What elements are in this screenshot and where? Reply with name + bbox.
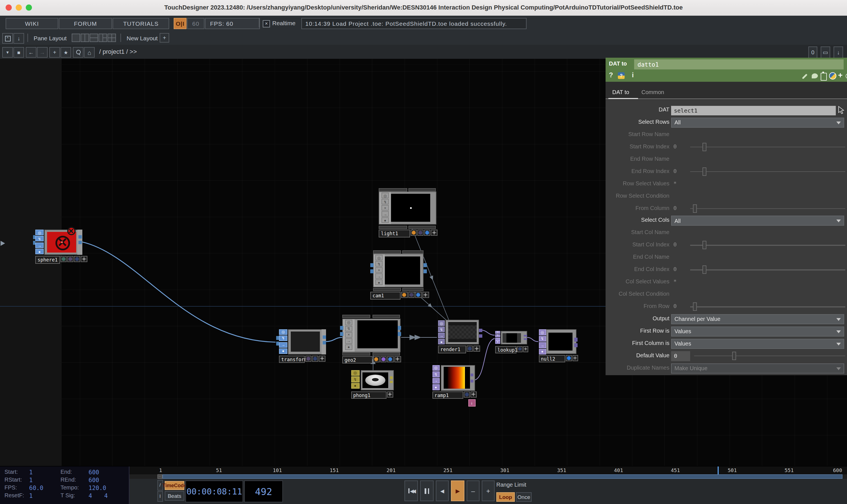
pause-button[interactable] xyxy=(420,481,434,501)
node-flags[interactable]: ◎↯ →● xyxy=(279,329,287,354)
node-lookup1[interactable]: ◎ ↯ → ● lookup1 xyxy=(495,331,527,353)
param-slider-handle[interactable] xyxy=(733,352,736,360)
node-flags[interactable]: ◎ ↯ → ● xyxy=(495,331,500,344)
comment-flag-badge[interactable]: ↓ xyxy=(468,399,475,406)
add-operator-icon[interactable]: + xyxy=(49,47,60,58)
output-connector[interactable] xyxy=(524,338,527,340)
param-dropdown[interactable]: All xyxy=(671,216,844,226)
output-connector[interactable] xyxy=(323,335,326,339)
frame-display[interactable]: 492 xyxy=(244,481,283,502)
node-ramp1[interactable]: ◎ ↯ → ● ramp1 ↓ xyxy=(432,365,476,397)
playhead[interactable] xyxy=(718,467,719,474)
output-connector[interactable] xyxy=(398,326,401,329)
output-connector[interactable] xyxy=(78,241,82,244)
new-layout-add-button[interactable]: + xyxy=(160,33,169,42)
fps-field[interactable]: FPS: 60 xyxy=(205,18,260,29)
copy-parameters-icon[interactable] xyxy=(821,73,827,80)
param-slider-track[interactable] xyxy=(690,269,845,270)
node-cam1[interactable]: ◎↯ ×→● cam1 xyxy=(370,250,427,298)
node-render1[interactable]: ◎↯ →● render1 xyxy=(438,320,482,353)
input-connector[interactable] xyxy=(33,241,35,245)
param-value[interactable]: 0 xyxy=(673,266,677,272)
window-icon[interactable]: ▭ xyxy=(821,47,830,58)
fps-value[interactable]: 60.0 xyxy=(29,484,43,491)
tsig-denominator[interactable]: 4 xyxy=(104,492,108,499)
comp-input-tab[interactable] xyxy=(408,188,436,192)
comp-input-tab[interactable] xyxy=(379,188,407,192)
layout-split-left-right-button[interactable] xyxy=(99,34,107,42)
fraction-toggle-button[interactable]: / xyxy=(157,480,163,490)
output-connector[interactable] xyxy=(390,376,393,379)
node-flags[interactable]: ◎↯ ×→● xyxy=(375,255,383,285)
dock-down-icon[interactable]: ↓ xyxy=(833,47,843,58)
node-geo2[interactable]: ◎↯ ×→● geo2 xyxy=(339,314,401,362)
node-sphere1[interactable]: ◎↯ →● sphere1 xyxy=(33,230,84,262)
param-slider-handle[interactable] xyxy=(702,241,706,250)
forward-arrow-icon[interactable]: → xyxy=(37,47,48,58)
start-value[interactable]: 1 xyxy=(29,468,33,475)
param-dropdown[interactable]: Values xyxy=(671,326,844,337)
input-connector[interactable] xyxy=(340,326,343,329)
node-flags[interactable]: ◎↯● xyxy=(351,370,359,389)
comp-output-tab[interactable] xyxy=(379,226,407,229)
output-connector[interactable] xyxy=(470,379,473,382)
param-dropdown[interactable]: Channel per Value xyxy=(671,314,844,324)
param-value[interactable]: * xyxy=(673,180,677,186)
comp-input-tab[interactable] xyxy=(342,314,370,318)
output-connector[interactable] xyxy=(574,338,577,341)
output-connector[interactable] xyxy=(398,332,401,336)
python-help-icon[interactable]: ? xyxy=(618,72,624,79)
step-back-button[interactable]: ◀ xyxy=(436,481,449,501)
op-name-field[interactable]: datto1 xyxy=(634,59,844,69)
output-connector[interactable] xyxy=(479,334,482,337)
comp-input-tab[interactable] xyxy=(373,250,401,254)
home-icon[interactable]: ⌂ xyxy=(84,47,95,58)
error-badge-icon[interactable] xyxy=(67,227,76,235)
integer-toggle-button[interactable]: I xyxy=(157,491,163,502)
timecode-display[interactable]: 00:00:08:11 xyxy=(186,481,243,502)
node-transform1[interactable]: ◎↯ →● transform1 xyxy=(276,329,326,361)
node-phong1[interactable]: ◎↯● phong1 xyxy=(351,370,393,397)
forum-button[interactable]: FORUM xyxy=(59,18,112,29)
param-value[interactable]: 0 xyxy=(673,143,677,149)
resetf-value[interactable]: 1 xyxy=(29,492,33,499)
comp-output-tab[interactable] xyxy=(408,226,436,229)
param-value[interactable]: * xyxy=(673,278,677,285)
input-connector[interactable] xyxy=(340,332,343,336)
back-arrow-icon[interactable]: ← xyxy=(26,47,36,58)
realtime-checkbox[interactable]: × xyxy=(263,20,270,27)
comp-output-tab[interactable] xyxy=(342,352,370,355)
stop-block-icon[interactable]: ■ xyxy=(14,47,24,58)
input-connector[interactable] xyxy=(276,336,279,340)
param-slider-track[interactable] xyxy=(694,356,845,357)
param-value[interactable]: 0 xyxy=(673,205,677,211)
param-pick-arrow-icon[interactable] xyxy=(837,106,845,114)
breadcrumb[interactable]: / project1 / >> xyxy=(99,48,137,55)
param-value-field[interactable]: 0 xyxy=(671,351,690,361)
tempo-value[interactable]: 120.0 xyxy=(89,484,106,491)
node-flags[interactable]: ◎ ↯ → ● xyxy=(539,329,546,355)
output-connector[interactable] xyxy=(470,374,473,376)
input-connector[interactable] xyxy=(370,269,374,273)
node-flags[interactable]: ◎↯ ×→● xyxy=(382,193,389,223)
node-null2[interactable]: ◎ ↯ → ● null2 xyxy=(539,329,577,361)
target-icon[interactable]: ◎ xyxy=(845,72,847,79)
param-slider-track[interactable] xyxy=(690,306,845,307)
comp-input-tab[interactable] xyxy=(372,314,400,318)
beats-mode-button[interactable]: Beats xyxy=(165,491,184,501)
param-dropdown[interactable]: All xyxy=(671,118,844,128)
rend-value[interactable]: 600 xyxy=(89,476,99,483)
io-indicator-button[interactable]: O|I xyxy=(174,18,187,29)
pane-type-dropdown[interactable]: ▼ xyxy=(2,47,13,58)
param-slider-handle[interactable] xyxy=(702,266,706,274)
timecode-mode-button[interactable]: TimeCode xyxy=(165,481,184,490)
param-slider-track[interactable] xyxy=(690,245,845,246)
range-bar[interactable] xyxy=(162,474,842,479)
wiki-button[interactable]: WIKI xyxy=(5,18,58,29)
increment-frame-button[interactable]: + xyxy=(482,481,495,501)
comment-bubble-icon[interactable] xyxy=(812,73,818,78)
output-connector[interactable] xyxy=(423,263,427,267)
help-icon[interactable]: ? xyxy=(609,71,613,79)
param-dropdown[interactable]: Values xyxy=(671,339,844,349)
add-parameter-icon[interactable]: + xyxy=(838,71,843,79)
